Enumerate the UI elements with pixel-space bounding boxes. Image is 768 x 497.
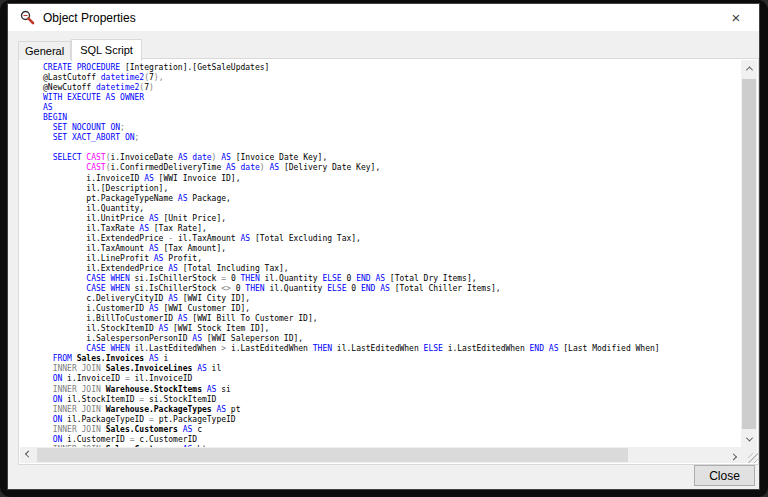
horizontal-scrollbar[interactable] — [20, 447, 741, 463]
code-line — [43, 143, 741, 153]
object-properties-dialog: Object Properties × General SQL Script C… — [7, 3, 760, 490]
scroll-up-button[interactable] — [741, 60, 757, 76]
code-line: INNER JOIN Sales.InvoiceLines AS il — [43, 364, 741, 374]
close-button[interactable]: Close — [694, 465, 755, 486]
code-line: i.SalespersonPersonID AS [WWI Saleperson… — [43, 334, 741, 344]
scroll-right-button[interactable] — [725, 447, 741, 463]
code-line: il.LineProfit AS Profit, — [43, 254, 741, 264]
code-line: pt.PackageTypeName AS Package, — [43, 194, 741, 204]
code-line: FROM Sales.Invoices AS i — [43, 354, 741, 364]
code-line: ON i.InvoiceID = il.InvoiceID — [43, 374, 741, 384]
code-line: il.ExtendedPrice AS [Total Including Tax… — [43, 264, 741, 274]
code-line: il.UnitPrice AS [Unit Price], — [43, 214, 741, 224]
code-line: il.TaxAmount AS [Tax Amount], — [43, 244, 741, 254]
code-line: SELECT CAST(i.InvoiceDate AS date) AS [I… — [43, 153, 741, 163]
code-line: il.[Description], — [43, 184, 741, 194]
scroll-left-button[interactable] — [20, 447, 36, 463]
code-line: i.CustomerID AS [WWI Customer ID], — [43, 304, 741, 314]
code-line: CAST(i.ConfirmedDeliveryTime AS date) AS… — [43, 163, 741, 173]
code-line: ON i.CustomerID = c.CustomerID — [43, 435, 741, 445]
code-line: c.DeliveryCityID AS [WWI City ID], — [43, 294, 741, 304]
window-title: Object Properties — [43, 11, 136, 25]
code-line: WITH EXECUTE AS OWNER — [43, 93, 741, 103]
horizontal-scrollbar-thumb[interactable] — [37, 448, 628, 462]
code-line: il.TaxRate AS [Tax Rate], — [43, 224, 741, 234]
sql-script-tab-page: CREATE PROCEDURE [Integration].[GetSaleU… — [18, 58, 759, 465]
code-line: i.InvoiceID AS [WWI Invoice ID], — [43, 174, 741, 184]
chevron-down-icon — [745, 434, 752, 441]
magnifier-icon — [19, 10, 35, 26]
code-line: ON il.PackageTypeID = pt.PackageTypeID — [43, 415, 741, 425]
vertical-scrollbar[interactable] — [741, 60, 757, 447]
code-line: il.ExtendedPrice - il.TaxAmount AS [Tota… — [43, 234, 741, 244]
code-line: @LastCutoff datetime2(7), — [43, 73, 741, 83]
code-line: CASE WHEN il.LastEditedWhen > i.LastEdit… — [43, 344, 741, 354]
code-line: AS — [43, 103, 741, 113]
code-line: BEGIN — [43, 113, 741, 123]
code-line: il.StockItemID AS [WWI Stock Item ID], — [43, 324, 741, 334]
code-line: CASE WHEN si.IsChillerStock = 0 THEN il.… — [43, 274, 741, 284]
tab-strip: General SQL Script — [18, 39, 142, 60]
sql-code-editor[interactable]: CREATE PROCEDURE [Integration].[GetSaleU… — [20, 60, 741, 447]
code-line: INNER JOIN Warehouse.PackageTypes AS pt — [43, 405, 741, 415]
code-line: INNER JOIN Warehouse.StockItems AS si — [43, 385, 741, 395]
tab-sql-script[interactable]: SQL Script — [71, 39, 142, 61]
code-line: CREATE PROCEDURE [Integration].[GetSaleU… — [43, 63, 741, 73]
chevron-up-icon — [745, 66, 752, 73]
chevron-right-icon — [729, 453, 736, 460]
code-line: ON il.StockItemID = si.StockItemID — [43, 395, 741, 405]
chevron-left-icon — [24, 450, 31, 457]
code-line: il.Quantity, — [43, 204, 741, 214]
code-line: @NewCutoff datetime2(7) — [43, 83, 741, 93]
scroll-down-button[interactable] — [741, 431, 757, 447]
code-line: i.BillToCustomerID AS [WWI Bill To Custo… — [43, 314, 741, 324]
titlebar[interactable]: Object Properties × — [8, 4, 759, 31]
tab-general[interactable]: General — [18, 41, 71, 60]
resize-grip[interactable] — [748, 453, 758, 463]
screenshot-frame: Object Properties × General SQL Script C… — [0, 0, 768, 497]
vertical-scrollbar-thumb[interactable] — [742, 79, 756, 429]
code-line: CASE WHEN si.IsChillerStock <> 0 THEN il… — [43, 284, 741, 294]
close-icon[interactable]: × — [721, 4, 751, 31]
code-content: CREATE PROCEDURE [Integration].[GetSaleU… — [43, 63, 741, 447]
code-line: SET NOCOUNT ON; — [43, 123, 741, 133]
code-line: INNER JOIN Sales.Customers AS c — [43, 425, 741, 435]
code-line: SET XACT_ABORT ON; — [43, 133, 741, 143]
